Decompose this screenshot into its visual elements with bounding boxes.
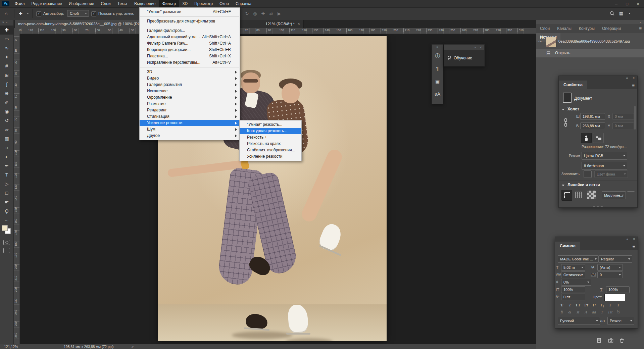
panel-expand-icon[interactable]: » xyxy=(432,45,443,49)
ruler-corner[interactable] xyxy=(13,28,20,34)
menu-item-усиление-резкости[interactable]: Усиление резкости xyxy=(240,153,301,160)
rulers-toggle-icon[interactable] xyxy=(561,190,572,201)
menu-item-резкость-[interactable]: Резкость + xyxy=(240,134,301,141)
eyedropper-tool[interactable]: ʃ xyxy=(0,80,13,89)
healing-brush-tool[interactable]: ⊕ xyxy=(0,89,13,98)
glyphs-icon[interactable]: aA xyxy=(432,88,443,100)
opentype-button[interactable]: fi xyxy=(558,310,566,315)
ruler-vertical[interactable]: 0102030405060708090100110120130140150160… xyxy=(13,34,20,344)
toolbar-expand-icon[interactable]: » xyxy=(0,20,13,26)
menubar-item-справка[interactable]: Справка xyxy=(232,0,255,7)
screen-mode-icon[interactable] xyxy=(3,248,10,253)
portrait-orientation-button[interactable] xyxy=(581,133,592,143)
tsume-dropdown[interactable]: 0% xyxy=(561,279,591,286)
pen-tool[interactable]: ✒ xyxy=(0,161,13,170)
menu-item--умная-резкость-[interactable]: "Умная" резкость... xyxy=(240,121,301,128)
dodge-tool[interactable]: ◐ xyxy=(0,152,13,161)
new-snapshot-icon[interactable] xyxy=(608,338,613,343)
hand-tool[interactable]: ☛ xyxy=(0,198,13,207)
lasso-tool[interactable]: ∿ xyxy=(0,44,13,53)
shape-tool[interactable]: □ xyxy=(0,189,13,198)
opentype-button[interactable]: 1st xyxy=(606,310,614,315)
clone-stamp-tool[interactable]: ◉ xyxy=(0,107,13,116)
fill-dropdown[interactable]: Цвет фона xyxy=(594,170,628,178)
menu-item-усиление-резкости[interactable]: Усиление резкости xyxy=(140,120,240,126)
move-tool[interactable]: ✚ xyxy=(0,26,13,35)
style-button-Tᴛ[interactable]: Tᴛ xyxy=(582,302,590,308)
units-dropdown[interactable]: Миллиме... xyxy=(602,191,626,199)
eraser-tool[interactable]: ▱ xyxy=(0,125,13,134)
landscape-orientation-button[interactable] xyxy=(593,133,604,143)
menubar-item-файл[interactable]: Файл xyxy=(11,0,28,7)
collapse-icon[interactable]: « xyxy=(627,237,629,241)
units-extra-chevron[interactable] xyxy=(627,191,635,192)
style-button-b[interactable]: T xyxy=(558,302,566,308)
menubar-item-слои[interactable]: Слои xyxy=(98,0,114,7)
history-brush-tool[interactable]: ↺ xyxy=(0,116,13,125)
menu-item-стилизация[interactable]: Стилизация xyxy=(140,113,240,120)
panel-expand-icon[interactable]: » xyxy=(475,46,477,49)
menu-item-фильтр-camera-raw-[interactable]: Фильтр Camera Raw...Shift+Ctrl+A xyxy=(140,40,240,47)
panel-tab-контуры[interactable]: Контуры xyxy=(575,24,598,33)
link-dimensions-icon[interactable] xyxy=(563,117,568,129)
quick-selection-tool[interactable]: ✦ xyxy=(0,53,13,62)
rulers-grids-section-label[interactable]: Линейки и сетки xyxy=(567,183,600,187)
paragraph-icon[interactable]: ¶ xyxy=(432,62,443,75)
menu-item-стабилиз-изображения-[interactable]: Стабилиз. изображения... xyxy=(240,147,301,153)
menubar-item-выделение[interactable]: Выделение xyxy=(131,0,159,7)
menu-item-преобразовать-для-смарт-фильтров[interactable]: Преобразовать для смарт-фильтров xyxy=(140,18,240,24)
antialias-dropdown[interactable]: Резкое xyxy=(607,317,634,325)
delete-icon[interactable] xyxy=(620,338,624,343)
transparency-grid-icon[interactable] xyxy=(587,191,596,199)
workspace-chevron-icon[interactable] xyxy=(629,13,631,14)
menubar-item-текст[interactable]: Текст xyxy=(114,0,131,7)
scrollbar-thumb[interactable] xyxy=(634,106,636,130)
tab-character[interactable]: Символ xyxy=(555,242,580,250)
horizontal-scale-field[interactable]: 100% xyxy=(606,286,630,293)
menu-item-пластика-[interactable]: Пластика...Shift+Ctrl+X xyxy=(140,53,240,59)
menu-item-искажение[interactable]: Искажение xyxy=(140,88,240,94)
panel-tab-операции[interactable]: Операции xyxy=(598,24,625,33)
style-button-u[interactable]: T xyxy=(606,302,614,308)
font-size-dropdown[interactable]: 5,02 пт xyxy=(561,264,585,271)
menu-item-шум[interactable]: Шум xyxy=(140,126,240,133)
show-controls-checkbox[interactable]: ✓ xyxy=(91,11,96,16)
color-mode-dropdown[interactable]: Цвета RGB xyxy=(582,152,627,160)
opentype-button[interactable]: T xyxy=(598,310,606,315)
gradient-tool[interactable]: ▧ xyxy=(0,134,13,143)
x-field[interactable]: 0 мм xyxy=(612,113,634,120)
height-field[interactable]: 263,88 мм xyxy=(580,122,605,129)
edit-toolbar-icon[interactable]: ⋯ xyxy=(0,216,13,225)
language-dropdown[interactable]: Русский xyxy=(558,317,600,325)
workspace-icon[interactable]: ▦ xyxy=(619,11,623,16)
menu-item-рендеринг[interactable]: Рендеринг xyxy=(140,107,240,113)
menu-item-адаптивный-широкий-угол-[interactable]: Адаптивный широкий угол...Alt+Shift+Ctrl… xyxy=(140,34,240,40)
opentype-button[interactable]: A xyxy=(582,310,590,315)
section-chevron-icon[interactable] xyxy=(562,185,564,186)
minimize-icon[interactable]: ─ xyxy=(611,0,621,8)
search-icon[interactable] xyxy=(610,11,614,17)
crop-tool[interactable]: # xyxy=(0,62,13,71)
text-color-swatch[interactable] xyxy=(604,294,625,301)
collapse-icon[interactable]: « xyxy=(626,76,628,80)
history-snapshot-row[interactable]: ✑ 0ead389d8ea606e499600b438c52b497.jpg xyxy=(536,35,644,48)
opentype-button[interactable]: & xyxy=(566,310,574,315)
history-brush-source-icon[interactable]: ✑ xyxy=(536,35,544,48)
foreground-color-swatch[interactable] xyxy=(2,225,8,231)
panel-tab-каналы[interactable]: Каналы xyxy=(553,24,575,33)
menu-item-3d[interactable]: 3D xyxy=(140,69,240,75)
menubar-item-окно[interactable]: Окно xyxy=(216,0,232,7)
panel-menu-icon[interactable]: ≡ xyxy=(632,83,635,88)
style-button-T¹[interactable]: T¹ xyxy=(590,302,598,308)
y-field[interactable]: 0 мм xyxy=(612,122,634,129)
menu-item-контурная-резкость-[interactable]: Контурная резкость... xyxy=(240,128,301,134)
type-tool[interactable]: T xyxy=(0,170,13,180)
menu-item-оформление[interactable]: Оформление xyxy=(140,94,240,101)
tab-properties[interactable]: Свойства xyxy=(559,81,587,89)
path-selection-tool[interactable]: ▷ xyxy=(0,180,13,189)
autoselect-checkbox[interactable]: ✓ xyxy=(36,11,41,16)
zoom-level[interactable]: 121,12% xyxy=(4,344,18,349)
grid-toggle-icon[interactable] xyxy=(574,191,583,199)
move-tool-chevron-icon[interactable] xyxy=(27,13,29,14)
section-chevron-icon[interactable] xyxy=(562,109,564,110)
